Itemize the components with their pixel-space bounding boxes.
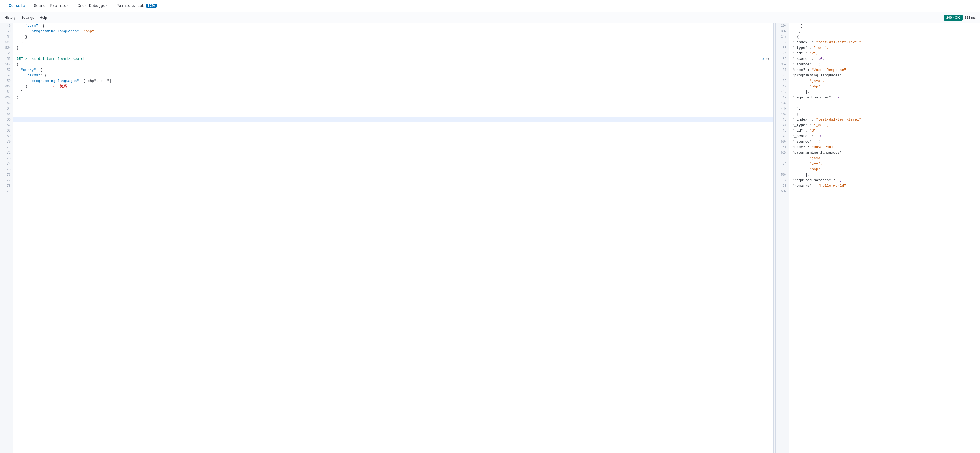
line-number: 67 [2,122,11,128]
response-code-line: "remarks" : "hello world" [789,183,980,189]
status-group: 200 - OK 311 ms [943,14,975,21]
response-line-number: 53 [778,156,786,161]
response-pane: 2930313233343536373839404142434445464748… [776,23,980,453]
code-line [13,183,773,189]
response-code-line: "programming_languages" : [ [789,150,980,156]
response-line-number: 59 [778,189,786,194]
response-line-number: 32 [778,40,786,45]
line-number: 65 [2,111,11,117]
settings-button[interactable]: Settings [21,16,34,19]
line-number: 61 [2,89,11,95]
code-line: } [13,40,773,45]
query-settings-icon[interactable]: ⚙ [767,56,769,62]
code-line [13,189,773,194]
response-line-number: 40 [778,84,786,89]
response-code-line: }, [789,29,980,34]
code-line [13,117,773,122]
code-line [13,145,773,150]
code-line [13,172,773,178]
code-line: "term": { [13,23,773,29]
editor-code-content[interactable]: "term": { "programming_languages": "php"… [13,23,773,453]
response-line-number: 39 [778,78,786,84]
beta-badge: BETA [146,3,156,8]
code-line [13,161,773,167]
line-number: 60 [2,84,11,89]
code-line [13,106,773,111]
code-line [13,139,773,145]
code-line: "programming_languages": ["php","c++"] [13,78,773,84]
status-code: 200 - OK [943,14,963,21]
line-number: 66 [2,117,11,122]
line-number: 52 [2,40,11,45]
nav-console[interactable]: Console [5,0,30,12]
line-number: 57 [2,67,11,73]
nav-grok-debugger[interactable]: Grok Debugger [73,0,112,12]
response-code-line: "c++", [789,161,980,167]
line-number: 77 [2,178,11,183]
nav-search-profiler[interactable]: Search Profiler [30,0,73,12]
code-line [13,178,773,183]
toolbar-left: History Settings Help [5,16,47,19]
response-code-line: "java", [789,78,980,84]
top-nav: Console Search Profiler Grok Debugger Pa… [0,0,980,12]
response-line-number: 30 [778,29,786,34]
response-code-line: "php" [789,84,980,89]
response-line-number: 29 [778,23,786,29]
response-line-number: 42 [778,95,786,100]
cursor [17,118,17,122]
response-time: 311 ms [965,16,975,19]
code-line: } or 关系 [13,84,773,89]
history-button[interactable]: History [5,16,16,19]
line-number: 56 [2,62,11,67]
line-number: 68 [2,128,11,134]
line-number: 72 [2,150,11,156]
line-actions: ▷⚙ [762,56,769,62]
code-line: "programming_languages": "php" [13,29,773,34]
response-line-number: 57 [778,178,786,183]
line-number: 64 [2,106,11,111]
response-line-number: 34 [778,51,786,56]
response-line-number: 58 [778,183,786,189]
pane-divider[interactable]: ⋮ [773,23,776,453]
response-line-number: 36 [778,62,786,67]
response-code-content[interactable]: } }, { "_index" : "test-dsl-term-level",… [789,23,980,453]
line-number: 50 [2,29,11,34]
line-number: 71 [2,145,11,150]
response-line-number: 49 [778,134,786,139]
line-number: 74 [2,161,11,167]
response-code-line: "required_matches" : 3, [789,178,980,183]
code-line [13,134,773,139]
run-button[interactable]: ▷ [762,56,764,62]
response-code-line: "_score" : 1.0, [789,134,980,139]
response-code-line: "java", [789,156,980,161]
code-line: } [13,45,773,51]
response-line-number: 43 [778,100,786,106]
response-code-line: ], [789,89,980,95]
response-line-number: 33 [778,45,786,51]
response-line-number: 41 [778,89,786,95]
code-line: { [13,62,773,67]
response-code-line: "_id" : "3", [789,128,980,134]
line-number: 76 [2,172,11,178]
response-line-number: 45 [778,111,786,117]
response-code-line: "_type" : "_doc", [789,45,980,51]
code-line [13,156,773,161]
response-code-line: "programming_languages" : [ [789,73,980,78]
response-code-line: "_source" : { [789,62,980,67]
response-line-number: 31 [778,34,786,40]
code-line [13,150,773,156]
response-code-line: "_index" : "test-dsl-term-level", [789,40,980,45]
line-number: 73 [2,156,11,161]
code-line: } [13,89,773,95]
line-number: 59 [2,78,11,84]
code-line [13,111,773,117]
response-code-line: ], [789,172,980,178]
editor-line-numbers: 4950515253545556575859606162636465666768… [0,23,13,453]
help-button[interactable]: Help [40,16,47,19]
code-line [13,128,773,134]
nav-painless-lab[interactable]: Painless Lab BETA [112,0,161,12]
secondary-toolbar: History Settings Help 200 - OK 311 ms [0,12,980,23]
response-code-line: "_index" : "test-dsl-term-level", [789,117,980,122]
line-number: 54 [2,51,11,56]
response-line-number: 37 [778,67,786,73]
